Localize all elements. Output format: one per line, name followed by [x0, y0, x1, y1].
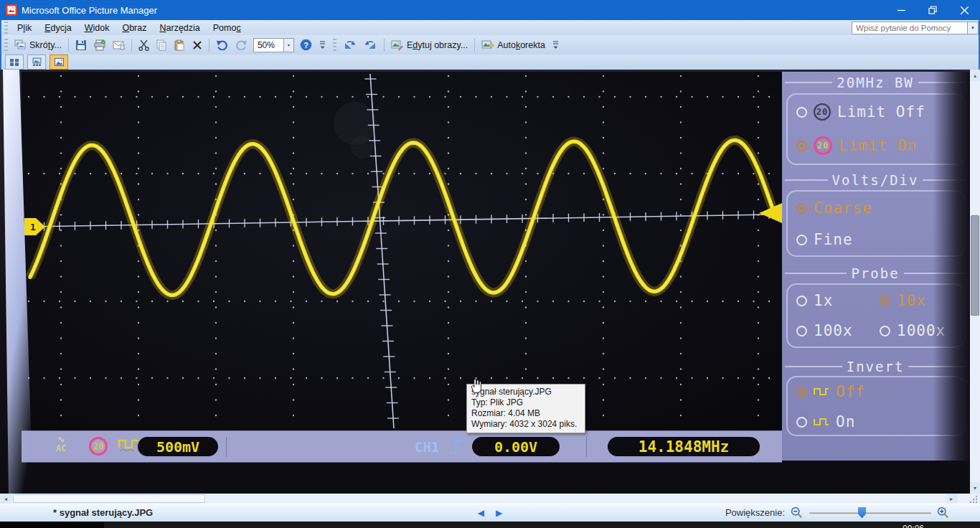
- main-toolbar: Skróty... 50% ▾ ? Edytuj obrazy... Autok…: [0, 35, 980, 55]
- zoom-combo-arrow[interactable]: ▾: [283, 39, 293, 52]
- file-tooltip: sygnał sterujący.JPG Typ: Plik JPG Rozmi…: [466, 384, 585, 433]
- rotate-right-button[interactable]: [361, 38, 380, 52]
- resize-grip[interactable]: [969, 494, 979, 503]
- readout-divider: [226, 437, 227, 457]
- coarse-option: Coarse: [796, 199, 872, 217]
- limit-on-option: 20 Limit On: [796, 136, 917, 155]
- zoom-control: Powiększenie:: [725, 504, 950, 522]
- horizontal-scrollbar[interactable]: ◂ ▸: [0, 494, 980, 504]
- zoom-slider[interactable]: [809, 506, 931, 519]
- bw-badge-dark: 20: [814, 103, 831, 121]
- single-view-button[interactable]: [50, 55, 68, 70]
- copy-button[interactable]: [154, 38, 170, 52]
- zoom-slider-thumb[interactable]: [858, 507, 866, 519]
- svg-text:?: ?: [303, 41, 308, 50]
- thumbnail-view-icon: [9, 58, 19, 67]
- save-button[interactable]: [72, 38, 90, 52]
- radio-unselected-icon: [796, 107, 807, 118]
- scope-side-menu: 20MHz BW 20 Limit Off 20 Limit On Volts/…: [782, 72, 970, 461]
- tooltip-dimensions: Wymiary: 4032 x 3024 piks.: [471, 419, 580, 430]
- toolbar-overflow-chevron[interactable]: [316, 38, 329, 52]
- title-bar: Microsoft Office Picture Manager: [0, 0, 980, 20]
- chevron-more-icon: [552, 39, 560, 50]
- toolbar-overflow-chevron-2[interactable]: [550, 38, 562, 52]
- thumbnail-view-button[interactable]: [5, 55, 24, 70]
- menu-bar: Plik Edycja Widok Obraz Narzędzia Pomoc …: [0, 20, 980, 35]
- menubar-grip[interactable]: [4, 22, 8, 34]
- menu-narzedzia[interactable]: Narzędzia: [154, 22, 207, 34]
- toolbar-grip[interactable]: [4, 39, 8, 52]
- close-button[interactable]: [948, 0, 980, 20]
- menu-widok[interactable]: Widok: [78, 22, 116, 34]
- scroll-right-button[interactable]: ▸: [946, 494, 957, 504]
- zoom-slider-track[interactable]: [809, 512, 931, 514]
- rising-edge-trigger-icon: [448, 435, 466, 457]
- frequency-readout: 14.1848MHz: [608, 437, 760, 456]
- photo-oscilloscope[interactable]: 1 ∿ AC 20 500mV CH1 0.00V 14.1848MHz 20M…: [0, 70, 970, 494]
- zoom-combo[interactable]: 50% ▾: [253, 38, 294, 52]
- toolbar-grip-2[interactable]: [333, 39, 336, 52]
- mail-button[interactable]: [110, 39, 128, 52]
- tooltip-type: Typ: Plik JPG: [471, 397, 580, 408]
- hand-cursor: [468, 377, 483, 394]
- app-icon: [6, 4, 17, 16]
- radio-selected-icon: [880, 296, 890, 306]
- edit-pictures-icon: [391, 39, 404, 51]
- radio-unselected-icon: [796, 296, 807, 306]
- view-mode-bar: [0, 55, 980, 70]
- taskbar-segment: [104, 522, 980, 528]
- menu-plik[interactable]: Plik: [11, 22, 38, 34]
- status-filename: * sygnał sterujący.JPG: [53, 507, 153, 518]
- chevron-more-icon: [319, 39, 326, 50]
- probe-100x-option: 100x: [796, 322, 853, 339]
- tooltip-filename: sygnał sterujący.JPG: [471, 387, 580, 397]
- tooltip-size: Rozmiar: 4.04 MB: [471, 408, 580, 419]
- vertical-scroll-thumb[interactable]: [971, 215, 979, 316]
- bw-badge-pink: 20: [814, 136, 832, 155]
- mail-icon: [113, 40, 125, 50]
- zoom-in-icon[interactable]: [937, 506, 950, 519]
- scope-screen: 1: [22, 72, 782, 430]
- bezel-shadow-right: [933, 72, 970, 461]
- vertical-scrollbar[interactable]: ▴ ▾: [970, 70, 980, 494]
- filmstrip-view-button[interactable]: [27, 55, 46, 70]
- autocorrect-button[interactable]: Autokorekta: [479, 38, 548, 52]
- rotate-left-button[interactable]: [340, 38, 359, 52]
- scroll-down-button[interactable]: ▾: [970, 482, 980, 494]
- help-search-dropdown-icon[interactable]: ▼: [967, 22, 979, 34]
- restore-button[interactable]: [917, 0, 948, 20]
- taskbar-strip: 09:06: [0, 522, 980, 528]
- print-button[interactable]: [91, 38, 108, 52]
- zoom-label: Powiększenie:: [725, 507, 785, 518]
- menu-pomoc[interactable]: Pomoc: [207, 22, 248, 34]
- next-image-button[interactable]: ▶: [496, 508, 502, 518]
- horizontal-scroll-thumb[interactable]: [13, 494, 205, 503]
- rotate-right-icon: [364, 39, 377, 50]
- help-search-box[interactable]: Wpisz pytanie do Pomocy ▼: [852, 22, 969, 34]
- scroll-left-button[interactable]: ◂: [0, 494, 11, 504]
- shortcuts-button[interactable]: Skróty...: [11, 38, 65, 52]
- single-view-icon: [54, 57, 65, 67]
- paste-icon: [174, 39, 185, 51]
- fine-option: Fine: [796, 231, 853, 248]
- pulse-inverted-icon: [814, 418, 829, 426]
- readout-divider-2: [586, 437, 587, 457]
- minimize-button[interactable]: [885, 0, 917, 20]
- menu-obraz[interactable]: Obraz: [116, 22, 153, 34]
- previous-image-button[interactable]: ◀: [478, 508, 484, 518]
- help-button[interactable]: ?: [297, 37, 315, 52]
- trigger-level-readout: 0.00V: [472, 437, 560, 456]
- zoom-out-icon[interactable]: [791, 506, 804, 519]
- delete-button[interactable]: [189, 39, 205, 52]
- limit-off-option: 20 Limit Off: [796, 103, 925, 121]
- menu-edycja[interactable]: Edycja: [38, 22, 78, 34]
- probe-10x-option: 10x: [880, 292, 926, 309]
- edit-pictures-button[interactable]: Edytuj obrazy...: [388, 38, 471, 52]
- redo-button[interactable]: [232, 38, 250, 52]
- status-bar: * sygnał sterujący.JPG ◀ ▶ Powiększenie:: [0, 504, 980, 522]
- cut-button[interactable]: [136, 38, 152, 52]
- paste-button[interactable]: [171, 38, 188, 52]
- scroll-up-button[interactable]: ▴: [970, 70, 980, 81]
- undo-button[interactable]: [213, 38, 231, 52]
- zoom-value: 50%: [258, 40, 275, 50]
